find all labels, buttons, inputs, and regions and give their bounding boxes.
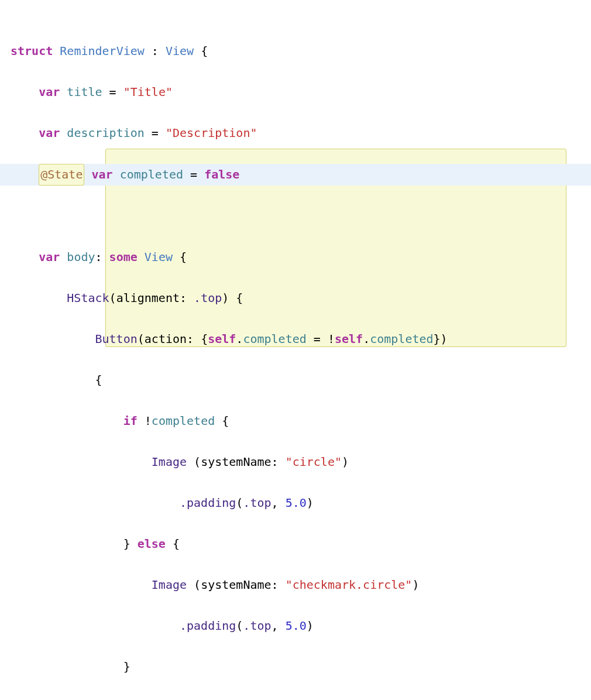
code-line	[0, 206, 591, 227]
code-block: struct ReminderView : View { var title =…	[0, 0, 591, 700]
code-line: } else {	[0, 534, 591, 554]
code-line: Button(action: {self.completed = !self.c…	[0, 329, 591, 349]
code-line: struct ReminderView : View {	[0, 41, 591, 61]
code-line: {	[0, 370, 591, 390]
code-line: .padding(.top, 5.0)	[0, 493, 591, 513]
code-line: if !completed {	[0, 411, 591, 431]
code-line: var title = "Title"	[0, 82, 591, 102]
code-line-highlighted: @State var completed = false	[0, 164, 591, 186]
code-line: }	[0, 657, 591, 677]
code-line: .padding(.top, 5.0)	[0, 616, 591, 636]
code-line: Image (systemName: "circle")	[0, 452, 591, 472]
code-line: }	[0, 698, 591, 700]
code-line: HStack(alignment: .top) {	[0, 288, 591, 308]
highlight-box-state: @State	[39, 164, 84, 186]
code-line: Image (systemName: "checkmark.circle")	[0, 575, 591, 595]
code-line: var description = "Description"	[0, 123, 591, 143]
code-line: var body: some View {	[0, 247, 591, 267]
